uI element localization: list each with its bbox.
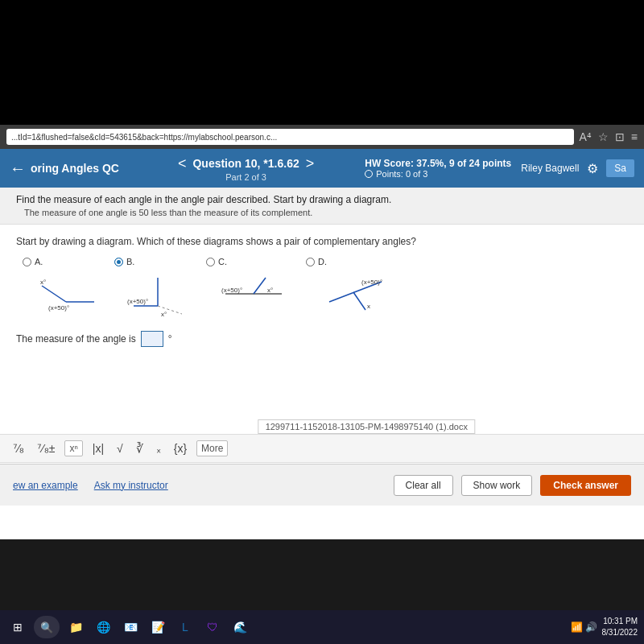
url-text: ...tId=1&flushed=false&cId=543615&back=h…	[11, 133, 277, 142]
option-d-label[interactable]: D.	[306, 257, 327, 266]
time-display: 10:31 PM 8/31/2022	[602, 616, 638, 638]
question-area: Start by drawing a diagram. Which of the…	[0, 225, 644, 445]
question-label: Question 10, *1.6.62	[192, 157, 299, 170]
gear-button[interactable]: ⚙	[587, 161, 598, 176]
hw-score: HW Score: 37.5%, 9 of 24 points	[365, 158, 511, 169]
next-question-button[interactable]: >	[306, 155, 315, 172]
points-label: Points: 0 of 3	[376, 169, 427, 179]
answer-line: The measure of the angle is °	[16, 331, 628, 347]
diagram-d-svg: (x+50)° x	[317, 270, 390, 314]
main-content: ← oring Angles QC < Question 10, *1.6.62…	[0, 149, 644, 539]
user-name: Riley Bagwell	[521, 163, 579, 174]
math-btn-abs[interactable]: |x|	[89, 440, 107, 456]
view-example-button[interactable]: ew an example	[13, 480, 78, 491]
radio-a[interactable]	[23, 258, 31, 266]
svg-text:(x+50)°: (x+50)°	[361, 279, 382, 286]
svg-text:x°: x°	[40, 279, 46, 286]
bottom-bar: ew an example Ask my instructor Clear al…	[0, 464, 644, 506]
radio-d[interactable]	[306, 258, 315, 266]
show-work-button[interactable]: Show work	[461, 475, 533, 496]
taskbar-app3-icon[interactable]: L	[174, 616, 196, 638]
browser-icon-menu[interactable]: ≡	[631, 130, 638, 143]
svg-text:(x+50)°: (x+50)°	[127, 298, 148, 305]
doc-reference: 1299711-1152018-13105-PM-1498975140 (1).…	[258, 419, 475, 434]
math-btn-sqrt[interactable]: √	[114, 440, 126, 456]
volume-icon: 🔊	[585, 621, 597, 633]
save-button[interactable]: Sa	[606, 159, 634, 177]
svg-line-0	[42, 286, 66, 302]
clock-time: 10:31 PM	[602, 616, 638, 627]
option-b-text: B.	[126, 257, 134, 266]
diagram-option-c: C. (x+50)° x°	[206, 257, 290, 310]
nav-score: HW Score: 37.5%, 9 of 24 points Points: …	[365, 158, 511, 179]
instruction-sub: The measure of one angle is 50 less than…	[24, 208, 628, 217]
taskbar-app1-icon[interactable]: 📧	[119, 616, 142, 638]
answer-input-box[interactable]	[141, 331, 163, 347]
option-c-text: C.	[218, 257, 227, 266]
doc-reference-container: 1299711-1152018-13105-PM-1498975140 (1).…	[16, 387, 628, 434]
clear-all-button[interactable]: Clear all	[394, 475, 453, 496]
taskbar-search-button[interactable]: 🔍	[34, 616, 60, 638]
svg-text:x°: x°	[161, 311, 167, 318]
svg-text:x°: x°	[267, 287, 273, 294]
bottom-left-links: ew an example Ask my instructor	[13, 480, 394, 491]
math-btn-more[interactable]: More	[196, 440, 228, 456]
radio-b[interactable]	[114, 258, 123, 266]
nav-bar: ← oring Angles QC < Question 10, *1.6.62…	[0, 149, 644, 188]
browser-icon-star[interactable]: ☆	[598, 130, 609, 143]
diagram-b-svg: (x+50)° x°	[126, 270, 190, 318]
diagram-a-svg: x° (x+50)°	[34, 270, 98, 314]
option-a-text: A.	[35, 257, 43, 266]
browser-icon-box[interactable]: ⊡	[615, 130, 625, 143]
option-d-text: D.	[318, 257, 327, 266]
taskbar-app2-icon[interactable]: 📝	[147, 616, 169, 638]
math-btn-func[interactable]: {x}	[171, 440, 190, 456]
browser-bar: ...tId=1&flushed=false&cId=543615&back=h…	[0, 125, 644, 149]
taskbar-system-icons: 📶 🔊	[571, 621, 597, 633]
taskbar-browser-icon[interactable]: 🌐	[92, 616, 114, 638]
diagram-option-d: D. (x+50)° x	[306, 257, 390, 314]
option-a-label[interactable]: A.	[23, 257, 43, 266]
nav-center: < Question 10, *1.6.62 > Part 2 of 3	[127, 155, 365, 182]
radio-c[interactable]	[206, 258, 215, 266]
network-icon: 📶	[571, 621, 583, 633]
instruction-title: Find the measure of each angle in the an…	[16, 194, 628, 205]
back-arrow-button[interactable]: ←	[10, 159, 26, 178]
nav-right: Riley Bagwell ⚙ Sa	[521, 159, 634, 177]
nav-title: oring Angles QC	[31, 162, 119, 175]
diagram-option-b: B. (x+50)° x°	[114, 257, 190, 318]
part-label: Part 2 of 3	[225, 172, 266, 182]
windows-start-button[interactable]: ⊞	[6, 616, 29, 638]
taskbar-app4-icon[interactable]: 🛡	[201, 616, 224, 638]
taskbar-file-icon[interactable]: 📁	[64, 616, 87, 638]
option-c-label[interactable]: C.	[206, 257, 227, 266]
svg-line-14	[353, 292, 365, 310]
ask-instructor-button[interactable]: Ask my instructor	[94, 480, 168, 491]
math-toolbar: ⁷⁄₈ ⁷⁄₈± xⁿ |x| √ ∛ ₓ {x} More	[0, 434, 644, 463]
diagrams-row: A. x° (x+50)° B.	[16, 257, 628, 318]
math-btn-mixed[interactable]: ⁷⁄₈±	[34, 440, 58, 456]
browser-icons: A⁴ ☆ ⊡ ≡	[579, 130, 638, 143]
svg-text:(x+50)°: (x+50)°	[48, 304, 69, 312]
taskbar-edge-icon[interactable]: 🌊	[229, 616, 251, 638]
math-btn-exponent[interactable]: xⁿ	[64, 440, 82, 456]
clock-date: 8/31/2022	[602, 627, 638, 638]
math-btn-fraction[interactable]: ⁷⁄₈	[10, 440, 27, 456]
check-answer-button[interactable]: Check answer	[540, 475, 631, 496]
math-btn-subscript[interactable]: ₓ	[153, 440, 164, 456]
answer-prompt-text: The measure of the angle is	[16, 333, 136, 345]
math-btn-cbrt[interactable]: ∛	[133, 440, 147, 456]
option-b-label[interactable]: B.	[114, 257, 134, 266]
degree-symbol: °	[168, 333, 172, 345]
browser-icon-a: A⁴	[579, 130, 591, 143]
diagram-c-svg: (x+50)° x°	[217, 270, 290, 310]
nav-question: < Question 10, *1.6.62 >	[178, 155, 314, 172]
svg-text:(x+50)°: (x+50)°	[221, 287, 242, 294]
diagram-option-a: A. x° (x+50)°	[23, 257, 98, 314]
sub-header: Find the measure of each angle in the an…	[0, 188, 644, 225]
question-prompt: Start by drawing a diagram. Which of the…	[16, 236, 628, 247]
nav-points: Points: 0 of 3	[365, 169, 511, 179]
url-bar[interactable]: ...tId=1&flushed=false&cId=543615&back=h…	[6, 129, 574, 145]
prev-question-button[interactable]: <	[178, 155, 187, 172]
svg-line-10	[254, 278, 266, 294]
